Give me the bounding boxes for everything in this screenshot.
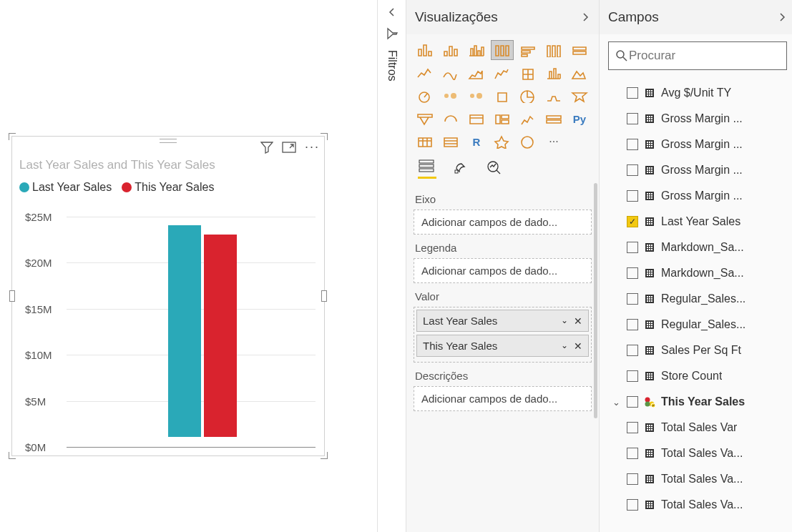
viz-type-area[interactable] — [439, 63, 462, 83]
resize-handle[interactable] — [9, 290, 15, 302]
viz-type-line-2[interactable] — [491, 63, 514, 83]
checkbox[interactable] — [627, 242, 638, 253]
viz-type-kpi[interactable] — [517, 109, 539, 129]
checkbox[interactable] — [627, 216, 638, 227]
focus-mode-icon[interactable] — [282, 142, 296, 153]
legend-well[interactable]: Adicionar campos de dado... — [414, 258, 592, 283]
search-input[interactable] — [608, 41, 787, 70]
checkbox[interactable] — [627, 293, 638, 305]
field-item[interactable]: Total Sales Va... — [611, 466, 791, 492]
checkbox[interactable] — [627, 87, 638, 99]
value-field-item[interactable]: This Year Sales⌄✕ — [416, 335, 589, 357]
viz-type-scatter[interactable] — [439, 86, 462, 106]
remove-icon[interactable]: ✕ — [574, 340, 582, 352]
field-item[interactable]: Sales Per Sq Ft — [611, 338, 791, 363]
viz-type-waterfall[interactable] — [542, 63, 565, 83]
checkbox[interactable] — [627, 267, 638, 279]
viz-type-stacked-bar-100[interactable] — [517, 40, 539, 60]
scrollbar[interactable] — [594, 183, 597, 418]
field-item[interactable]: Store Count — [611, 363, 791, 389]
checkbox[interactable] — [627, 164, 638, 176]
axis-well[interactable]: Adicionar campos de dado... — [414, 210, 592, 235]
viz-type-funnel[interactable] — [568, 86, 591, 106]
fields-tab[interactable] — [418, 159, 436, 179]
viz-type-column-line[interactable] — [568, 40, 591, 60]
viz-type-gauge-2[interactable] — [439, 109, 462, 129]
viz-type-clustered-column[interactable] — [465, 40, 488, 60]
viz-type-multi-card[interactable] — [491, 109, 514, 129]
viz-type-slicer[interactable] — [542, 109, 565, 129]
resize-handle[interactable] — [321, 290, 327, 302]
value-field-item[interactable]: Last Year Sales⌄✕ — [416, 310, 589, 332]
viz-type-clustered-bar[interactable] — [439, 40, 462, 60]
bar-this-year-sales[interactable] — [204, 235, 237, 437]
analytics-tab[interactable] — [485, 159, 504, 179]
field-item[interactable]: ⌄This Year Sales — [611, 389, 791, 415]
checkbox[interactable] — [627, 319, 638, 330]
viz-type-gauge[interactable] — [414, 86, 436, 106]
viz-type-donut[interactable] — [491, 86, 514, 106]
viz-type-key-influencers[interactable] — [491, 132, 514, 152]
collapse-icon[interactable] — [777, 12, 787, 22]
viz-type-funnel-2[interactable] — [414, 109, 436, 129]
resize-handle[interactable] — [9, 452, 16, 459]
field-item[interactable]: Total Sales Var — [611, 415, 791, 440]
viz-type-card[interactable] — [465, 109, 488, 129]
remove-icon[interactable]: ✕ — [574, 315, 582, 327]
tooltips-well[interactable]: Adicionar campos de dado... — [414, 386, 592, 411]
viz-type-matrix[interactable] — [439, 132, 462, 152]
checkbox[interactable] — [627, 190, 638, 202]
filter-icon[interactable] — [260, 141, 273, 154]
checkbox[interactable] — [627, 396, 638, 408]
viz-type-map[interactable] — [542, 86, 565, 106]
checkbox[interactable] — [627, 473, 638, 485]
resize-handle[interactable] — [321, 133, 328, 140]
checkbox[interactable] — [627, 370, 638, 382]
checkbox[interactable] — [627, 113, 638, 124]
viz-type-line[interactable] — [414, 63, 436, 83]
viz-type-r[interactable]: R — [465, 132, 488, 152]
field-item[interactable]: Gross Margin ... — [611, 183, 791, 209]
bar-last-year-sales[interactable] — [168, 225, 201, 437]
value-well[interactable]: Last Year Sales⌄✕This Year Sales⌄✕ — [414, 307, 592, 363]
viz-type-ribbon[interactable] — [517, 63, 539, 83]
viz-type-table[interactable] — [414, 132, 436, 152]
resize-handle[interactable] — [321, 452, 328, 459]
resize-handle[interactable] — [9, 133, 16, 140]
collapse-icon[interactable] — [580, 12, 590, 22]
chart-visual[interactable]: ··· Last Year Sales and This Year Sales … — [11, 136, 325, 456]
checkbox[interactable] — [627, 139, 638, 150]
filters-pane-collapsed[interactable]: Filtros — [378, 0, 406, 532]
viz-type-stacked-column[interactable] — [491, 40, 514, 60]
field-item[interactable]: Total Sales Va... — [611, 492, 791, 518]
viz-type-stacked-bar[interactable] — [414, 40, 436, 60]
drag-grip-icon[interactable] — [160, 139, 177, 143]
viz-type-stacked-column-100[interactable] — [542, 40, 565, 60]
checkbox[interactable] — [627, 499, 638, 511]
chevron-down-icon[interactable]: ⌄ — [561, 315, 568, 327]
viz-type-pie[interactable] — [465, 86, 488, 106]
field-item[interactable]: Regular_Sales... — [611, 312, 791, 338]
field-item[interactable]: Markdown_Sa... — [611, 260, 791, 286]
viz-type-decomposition[interactable] — [517, 132, 539, 152]
viz-type-stacked-area[interactable] — [465, 63, 488, 83]
checkbox[interactable] — [627, 422, 638, 433]
field-item[interactable]: Last Year Sales — [611, 209, 791, 235]
field-item[interactable]: Total Sales Va... — [611, 440, 791, 466]
checkbox[interactable] — [627, 448, 638, 459]
checkbox[interactable] — [627, 345, 638, 356]
viz-type-python[interactable]: Py — [568, 109, 591, 129]
field-item[interactable]: Regular_Sales... — [611, 286, 791, 312]
field-item[interactable]: Gross Margin ... — [611, 132, 791, 157]
report-canvas[interactable]: ··· Last Year Sales and This Year Sales … — [0, 0, 378, 532]
field-item[interactable]: Gross Margin ... — [611, 157, 791, 183]
collapse-icon[interactable] — [387, 7, 397, 17]
more-options-icon[interactable]: ··· — [305, 139, 320, 154]
viz-type-area-2[interactable] — [568, 63, 591, 83]
field-item[interactable]: Markdown_Sa... — [611, 235, 791, 260]
viz-type-treemap[interactable] — [517, 86, 539, 106]
chevron-down-icon[interactable]: ⌄ — [561, 340, 568, 352]
field-item[interactable]: Gross Margin ... — [611, 106, 791, 132]
viz-type-more[interactable]: ··· — [542, 132, 565, 152]
field-item[interactable]: Avg $/Unit TY — [611, 80, 791, 106]
